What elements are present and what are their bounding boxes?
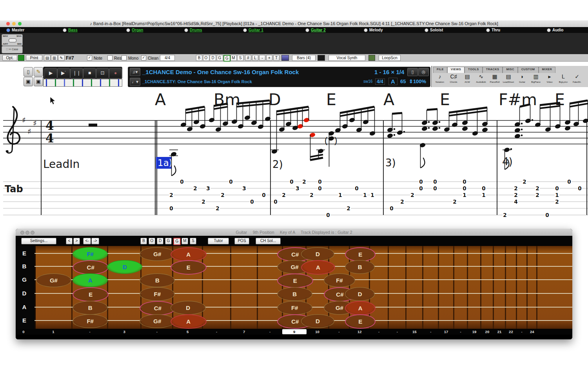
fretboard-note-E-s5[interactable]: E [345,314,376,329]
fretboard-prev-button[interactable]: < [66,238,73,244]
band-in-a-box-app: ♪ Band-in-a-Box [RealDrums=PopSyncSw16^0… [0,0,588,368]
fretboard-settings-button[interactable]: Settings... [21,238,56,244]
fret-line-14 [405,246,407,329]
fretboard-note-Fs-s0[interactable]: F# [73,247,108,261]
fretboard-forward-button[interactable]: -> [91,238,99,244]
fretboard-letter-g-4[interactable]: G [173,238,181,245]
tab-fret-number: 0 [419,185,423,191]
tab-fret-number: 1 [363,192,367,198]
tab-fret-number: 2 [282,192,285,198]
fretboard-note-Fs-s2[interactable]: F# [324,273,355,287]
fretboard-chsol-button[interactable]: CH Sol... [256,238,281,244]
fretboard-letter-s-6[interactable]: S [190,238,196,244]
fretboard-note-B-s2[interactable]: B [140,273,175,287]
fret-line-17 [453,246,454,329]
fret-label-23: - [521,330,523,334]
fret-label-15: 15 [412,330,417,334]
fretboard-note-D-s3[interactable]: D [345,287,375,301]
guitar-fretboard-window: Guitar 9th Position Key of A Track Displ… [16,229,572,339]
tab-fret-number: 2 [410,192,414,198]
fretboard[interactable]: F#G#AC#DEC#DEG#ABG#ABEF#EF#BC#DBC#DF#G#A… [16,246,572,329]
chord-symbol-D[interactable]: D [269,90,281,109]
chord-symbol-E[interactable]: E [326,90,336,109]
fret-line-18 [467,246,468,329]
tab-fret-number: 0 [419,179,423,185]
fretboard-note-A-s2[interactable]: A [73,273,108,287]
notation-canvas[interactable]: ♯♯♯44ABmDEAEF#mELeadIn2)3)4)1a)Tab()0023… [0,0,588,229]
fretboard-note-D-s0[interactable]: D [301,247,334,261]
fretboard-bottom-edge [16,335,572,339]
fretboard-letter-o-1[interactable]: O [149,238,155,244]
fretboard-note-Fs-s5[interactable]: F# [73,314,108,328]
current-bar-label[interactable]: 1a) [158,158,172,168]
measure-label: 4) [502,156,513,168]
fretboard-note-B-s1[interactable]: B [345,260,375,274]
string-letter-g-2: G [16,276,33,283]
tab-fret-number: 0 [433,179,437,185]
fretboard-back-button[interactable]: <- [83,238,91,244]
tab-fret-number: 0 [355,185,358,191]
tab-fret-number: 0 [433,185,437,191]
fretboard-note-A-s4[interactable]: A [345,301,376,315]
fretboard-note-Fs-s4[interactable]: F# [277,301,312,315]
fretboard-note-D-s4[interactable]: D [171,301,206,315]
chord-symbol-A[interactable]: A [383,90,394,109]
tab-fret-number: 0 [262,192,265,198]
tab-fret-number: 0 [463,185,466,191]
fretboard-note-A-s1[interactable]: A [301,260,335,275]
fret-label-10: 10 [315,330,319,334]
fretboard-note-E-s2[interactable]: E [277,273,313,288]
tab-fret-number: 3 [242,185,246,191]
fretboard-note-A-s5[interactable]: A [171,314,207,329]
tab-fret-number: 2 [400,199,404,205]
fretboard-note-Fs-s3[interactable]: F# [140,287,175,301]
fretboard-note-E-s0[interactable]: E [345,247,376,262]
fretboard-letter-d-2[interactable]: D [157,238,163,244]
string-letter-d-3: D [16,290,33,297]
tab-fret-number: 2 [221,192,224,198]
tab-fret-number: 2 [310,192,313,198]
fretboard-note-Gs-s2[interactable]: G# [36,273,71,287]
fret-label-9[interactable]: 9 [293,330,295,334]
fret-label-1: 1 [52,330,54,334]
fret-label-2: - [89,330,91,334]
fretboard-note-D-s5[interactable]: D [301,314,334,328]
tab-fret-number: 2 [503,212,506,218]
tab-fret-number: 0 [229,179,232,185]
tab-fret-number: 0 [545,212,549,218]
fretboard-note-B-s3[interactable]: B [277,287,312,301]
fretboard-note-E-s3[interactable]: E [73,287,109,302]
chord-symbol-E[interactable]: E [440,90,450,109]
fretboard-note-E-s1[interactable]: E [171,260,207,275]
tab-fret-number: 3 [296,185,299,191]
tab-fret-number: 2 [523,179,526,185]
fretboard-note-Gs-s5[interactable]: G# [140,314,175,328]
fretboard-next-button[interactable]: > [73,238,80,244]
fretboard-letter-g-3[interactable]: G [165,238,172,244]
fretboard-note-Gs-s0[interactable]: G# [140,247,175,261]
tab-fret-number: 0 [326,212,330,218]
tab-fret-number: 0 [274,199,277,205]
chord-symbol-F#m[interactable]: F#m [499,90,537,109]
tab-fret-number: 2 [216,205,219,211]
fretboard-note-A-s0[interactable]: A [171,247,207,262]
fretboard-letter-m-5[interactable]: M [181,238,188,244]
fretboard-titlebar[interactable]: Guitar 9th Position Key of A Track Displ… [16,229,572,236]
chord-symbol-A[interactable]: A [155,90,166,109]
fretboard-note-B-s4[interactable]: B [73,301,108,315]
fret-line-2 [107,246,108,329]
fretboard-letter-b-0[interactable]: B [140,238,147,244]
tab-fret-number: 1 [370,192,374,198]
svg-text:4: 4 [45,131,54,145]
fretboard-pos-button[interactable]: POS [234,238,249,244]
fret-label-24: 24 [530,330,534,334]
fretboard-controls: Settings...<><-->BODGGMSTutorPOSCH Sol..… [16,236,572,246]
fretboard-note-Cs-s1[interactable]: C# [73,260,109,275]
fret-label-4: - [156,330,158,334]
fretboard-tutor-button[interactable]: Tutor [208,238,229,244]
fretboard-string-labels: EBGDAE [16,246,34,329]
fret-line-21 [505,246,506,329]
fretboard-note-D-s1[interactable]: D [107,260,142,274]
tab-fret-number: 4 [514,199,517,205]
tab-fret-number: 1 [463,192,466,198]
